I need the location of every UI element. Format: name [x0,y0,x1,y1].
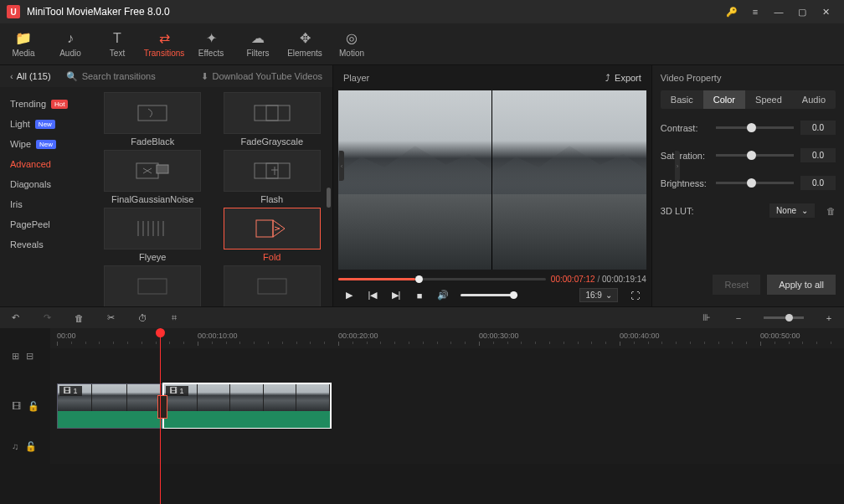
timeline-ruler[interactable]: 00:0000:00:10:0000:00:20:0000:00:30:0000… [50,328,844,348]
scrollbar-thumb[interactable] [327,188,331,208]
undo-button[interactable]: ↶ [8,312,22,323]
ruler-label: 00:00:40:00 [620,332,660,340]
transition-thumb [224,265,321,306]
lock-icon[interactable]: 🔓 [25,441,37,452]
transition-finalgaussiannoise[interactable]: FinalGaussianNoise [99,150,207,204]
sidebar-item-pagepeel[interactable]: PagePeel [0,214,92,234]
category-all[interactable]: All (115) [10,71,51,81]
zoom-out-button[interactable]: − [732,313,745,323]
transition-flash[interactable]: Flash [219,150,327,204]
redo-button[interactable]: ↷ [40,312,54,323]
playhead[interactable] [160,328,161,504]
play-button[interactable]: ▶ [343,290,355,301]
tab-text[interactable]: TText [94,23,141,64]
lut-select[interactable]: None⌄ [769,203,815,218]
prop-tab-speed[interactable]: Speed [745,90,792,109]
badge-new: New [35,120,55,129]
tab-label: Media [12,49,34,58]
ruler-label: 00:00:30:00 [479,332,519,340]
transition-label: Fold [263,252,280,262]
sidebar-item-wipe[interactable]: WipeNew [0,134,92,154]
ruler-label: 00:00:50:00 [760,332,800,340]
prop-value[interactable]: 0.0 [800,121,836,135]
tab-transitions[interactable]: ⇄Transitions [141,23,188,64]
prop-row-saturation: Saturation: 0.0 [661,148,836,162]
split-button[interactable]: ✂ [104,312,117,323]
aspect-ratio-select[interactable]: 16:9 ⌄ [579,288,617,302]
transition-marker[interactable] [157,395,167,419]
transition-item-6[interactable] [99,265,207,306]
crop-button[interactable]: ⌗ [167,312,181,323]
svg-rect-8 [138,279,167,294]
tab-audio[interactable]: ♪Audio [47,23,94,64]
close-button[interactable]: ✕ [814,0,837,23]
property-title: Video Property [661,65,836,90]
tab-media[interactable]: 📁Media [0,23,47,64]
lut-value: None [776,206,796,215]
stop-button[interactable]: ■ [414,290,425,301]
search-transitions[interactable]: 🔍 Search transitions [66,71,186,82]
volume-icon[interactable]: 🔊 [437,290,449,301]
auto-fit-button[interactable]: ⊪ [700,312,713,323]
progress-bar[interactable] [338,278,546,280]
next-frame-button[interactable]: ▶| [390,290,402,301]
license-key-icon[interactable]: 🔑 [720,0,744,23]
prop-tab-audio[interactable]: Audio [792,90,836,109]
chevron-down-icon: ⌄ [801,206,808,215]
tab-elements[interactable]: ✥Elements [281,23,328,64]
transition-label: FadeBlack [131,136,174,147]
sidebar-item-diagonals[interactable]: Diagonals [0,174,92,194]
sidebar-item-iris[interactable]: Iris [0,194,92,214]
prop-tab-color[interactable]: Color [703,90,745,109]
sidebar-item-trending[interactable]: TrendingHot [0,94,92,114]
transitions-panel: All (115) 🔍 Search transitions ⬇ Downloa… [0,65,332,306]
lock-icon[interactable]: 🔓 [28,401,39,412]
prop-slider[interactable] [716,126,794,129]
video-track-body[interactable]: 🎞 1🎞 1 [50,383,844,429]
transition-flyeye[interactable]: Flyeye [99,208,207,262]
menu-icon[interactable]: ≡ [744,0,767,23]
apply-to-all-button[interactable]: Apply to all [767,275,836,295]
transition-item-7[interactable] [219,265,327,306]
sidebar-item-reveals[interactable]: Reveals [0,234,92,255]
export-button[interactable]: ⤴ Export [605,73,641,83]
video-clip[interactable]: 🎞 1 [57,383,162,429]
preview-video[interactable] [338,90,646,270]
prop-label: Brightness: [661,178,709,188]
zoom-slider[interactable] [764,316,804,319]
prop-value[interactable]: 0.0 [800,148,836,162]
current-time: 00:00:07:12 [551,275,595,284]
transition-fadeblack[interactable]: FadeBlack [99,92,207,147]
export-label: Export [615,73,641,83]
delete-button[interactable]: 🗑 [72,313,85,323]
prev-frame-button[interactable]: |◀ [367,290,378,301]
panel-collapse-left[interactable]: ‹ [339,151,344,181]
lut-delete-icon[interactable]: 🗑 [826,206,836,216]
zoom-in-button[interactable]: + [822,313,836,323]
video-track: 🎞 🔓 🎞 1🎞 1 [0,383,844,429]
volume-slider[interactable] [461,294,517,296]
audio-track-body[interactable] [50,429,844,464]
timeline-toolbar: ↶ ↷ 🗑 ✂ ⏱ ⌗ ⊪ − + [0,306,844,328]
panel-collapse-right[interactable]: › [675,151,680,181]
tab-motion[interactable]: ◎Motion [328,23,375,64]
tab-filters[interactable]: ☁Filters [234,23,281,64]
tab-effects[interactable]: ✦Effects [188,23,234,64]
video-clip[interactable]: 🎞 1 [163,383,331,429]
transition-fold[interactable]: Fold [219,208,327,262]
reset-button[interactable]: Reset [713,275,760,295]
prop-label: Saturation: [661,151,709,161]
prop-tab-basic[interactable]: Basic [661,90,703,109]
prop-slider[interactable] [716,182,794,184]
fullscreen-button[interactable]: ⛶ [630,290,641,301]
download-youtube-link[interactable]: ⬇ Download YouTube Videos [201,71,323,82]
speed-button[interactable]: ⏱ [136,313,149,323]
prop-value[interactable]: 0.0 [800,176,836,190]
maximize-button[interactable]: ▢ [790,0,814,23]
sidebar-item-light[interactable]: LightNew [0,114,92,134]
sidebar-item-advanced[interactable]: Advanced [0,154,92,174]
tab-label: Transitions [144,49,185,58]
transition-fadegrayscale[interactable]: FadeGrayscale [219,92,327,147]
prop-slider[interactable] [716,154,794,157]
minimize-button[interactable]: — [767,0,790,23]
